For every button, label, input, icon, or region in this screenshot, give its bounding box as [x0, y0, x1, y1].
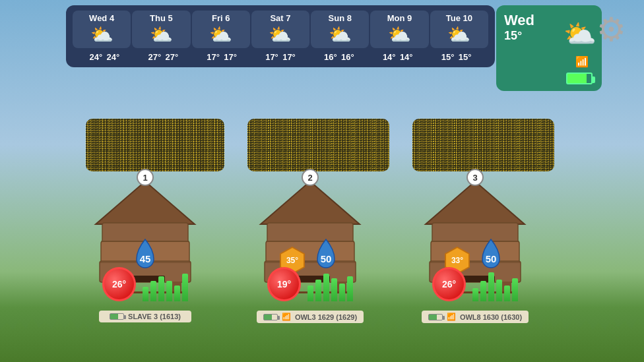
hive-label-text: SLAVE 3 (1613) — [128, 313, 181, 320]
temp-low: 17° — [222, 52, 238, 62]
hive-container-3: 3 33°5026°📶OWL8 1630 (1630) — [419, 178, 531, 323]
day-label: Wed 4 — [89, 13, 114, 23]
hive-label-3: 📶OWL8 1630 (1630) — [422, 311, 529, 323]
hive-wifi-icon: 📶 — [282, 313, 291, 321]
hive-label-2: 📶OWL3 1629 (1629) — [257, 311, 364, 323]
hive-label-text: OWL3 1629 (1629) — [295, 313, 357, 321]
weather-day-item: Sun 8 ⛅ — [311, 11, 369, 48]
temp-pair: 27° 27° — [134, 52, 193, 62]
temp-high: 14° — [381, 52, 397, 62]
temp-pair: 17° 17° — [193, 52, 251, 62]
temp-high: 15° — [440, 52, 456, 62]
temp-pair: 17° 17° — [251, 52, 310, 62]
hive-number-2: 2 — [302, 169, 319, 186]
temp-pair: 15° 15° — [427, 52, 486, 62]
temp-low: 16° — [340, 52, 356, 62]
weather-temps-row: 24° 24° 27° 27° 17° 17° 17° 17° 16° 16° … — [73, 52, 488, 62]
wifi-status-icon: 📶 — [575, 55, 589, 68]
bar-chart-2 — [307, 272, 353, 301]
hive-body-3: 3 33°5026° — [419, 178, 531, 293]
bee-swarm-1 — [86, 119, 224, 171]
temp-low: 17° — [281, 52, 297, 62]
bar-chart-3 — [472, 272, 518, 301]
temp-high: 27° — [146, 52, 162, 62]
cloud-icon: ⛅ — [209, 26, 232, 44]
temp-low: 14° — [399, 52, 414, 62]
bottom-sensors-2: 19° — [267, 267, 353, 301]
hive-battery-icon — [428, 314, 443, 320]
hive-body-1: 1 4526° — [89, 178, 201, 293]
weather-day-item: Fri 6 ⛅ — [192, 11, 250, 48]
day-label: Sat 7 — [270, 13, 290, 23]
cloud-icon: ⛅ — [90, 26, 113, 44]
hive-number-1: 1 — [137, 169, 154, 186]
hive-label-1: SLAVE 3 (1613) — [99, 311, 191, 322]
temp-circle-3: 26° — [432, 267, 466, 301]
bottom-sensors-1: 26° — [102, 267, 188, 301]
cloud-icon: ⛅ — [388, 26, 411, 44]
temp-high: 17° — [205, 52, 221, 62]
temp-pair: 14° 14° — [368, 52, 427, 62]
today-weather-panel: Wed 15° ⛅ 📶 — [496, 5, 602, 91]
day-label: Thu 5 — [150, 13, 173, 23]
hive-battery-icon — [110, 313, 124, 320]
temp-low: 27° — [164, 52, 179, 62]
today-temp-label: 15° — [504, 29, 522, 43]
weather-day-item: Sat 7 ⛅ — [251, 11, 309, 48]
temp-pair: 24° 24° — [75, 52, 134, 62]
temp-circle-1: 26° — [102, 267, 136, 301]
hive-wifi-icon: 📶 — [447, 313, 456, 321]
temp-high: 24° — [88, 52, 104, 62]
svg-marker-10 — [261, 181, 360, 224]
bottom-sensors-3: 26° — [432, 267, 518, 301]
hive-body-2: 2 35°5019° — [254, 178, 366, 293]
weather-day-item: Wed 4 ⛅ — [73, 11, 131, 48]
cloud-icon: ⛅ — [150, 26, 173, 44]
hive-container-2: 2 35°5019°📶OWL3 1629 (1629) — [254, 178, 366, 323]
bee-swarm-3 — [412, 119, 554, 171]
temp-high: 17° — [264, 52, 280, 62]
temp-pair: 16° 16° — [309, 52, 368, 62]
svg-marker-0 — [96, 181, 195, 224]
hive-battery-icon — [263, 314, 278, 320]
day-label: Fri 6 — [212, 13, 230, 23]
weather-day-item: Thu 5 ⛅ — [132, 11, 190, 48]
day-label: Tue 10 — [446, 13, 472, 23]
weather-panel: Wed 4 ⛅ Thu 5 ⛅ Fri 6 ⛅ Sat 7 ⛅ Sun 8 ⛅ … — [66, 5, 495, 67]
bar-chart-1 — [143, 272, 188, 301]
hive-number-3: 3 — [467, 169, 484, 186]
temp-circle-2: 19° — [267, 267, 301, 301]
temp-high: 16° — [323, 52, 338, 62]
cloud-icon: ⛅ — [329, 26, 352, 44]
battery-icon — [566, 73, 593, 84]
cloud-icon: ⛅ — [447, 26, 470, 44]
bee-swarm-2 — [247, 119, 389, 171]
temp-low: 15° — [457, 52, 473, 62]
today-day-label: Wed — [504, 12, 534, 29]
weather-days-row: Wed 4 ⛅ Thu 5 ⛅ Fri 6 ⛅ Sat 7 ⛅ Sun 8 ⛅ … — [73, 11, 488, 48]
hive-container-1: 1 4526°SLAVE 3 (1613) — [89, 178, 201, 322]
settings-button[interactable]: ⚙ — [591, 10, 631, 49]
cloud-icon: ⛅ — [269, 26, 292, 44]
weather-day-item: Mon 9 ⛅ — [370, 11, 428, 48]
day-label: Mon 9 — [387, 13, 412, 23]
temp-low: 24° — [105, 52, 121, 62]
day-label: Sun 8 — [329, 13, 352, 23]
svg-marker-21 — [426, 181, 525, 224]
hive-label-text: OWL8 1630 (1630) — [460, 313, 522, 321]
weather-day-item: Tue 10 ⛅ — [430, 11, 488, 48]
